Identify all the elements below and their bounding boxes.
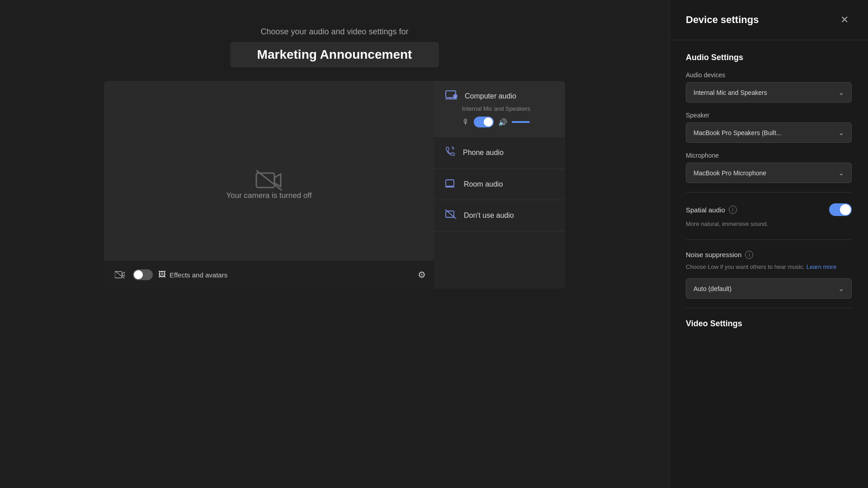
audio-option-computer[interactable]: ♪ Computer audio Internal Mic and Speake… <box>434 81 565 137</box>
noise-suppression-chevron-icon: ⌄ <box>838 284 844 293</box>
meeting-title: Marketing Announcement <box>257 47 412 61</box>
effects-avatars-button[interactable]: 🖼 Effects and avatars <box>158 270 227 279</box>
no-audio-label: Don't use audio <box>464 211 514 220</box>
audio-devices-select[interactable]: Internal Mic and Speakers ⌄ <box>686 82 852 103</box>
mic-toggle[interactable] <box>474 117 494 127</box>
computer-audio-controls: 🎙 🔊 <box>462 117 554 127</box>
microphone-value: MacBook Pro Microphone <box>693 169 766 177</box>
audio-devices-value: Internal Mic and Speakers <box>693 89 767 96</box>
audio-settings-title: Audio Settings <box>686 53 852 62</box>
spatial-audio-row: Spatial audio i <box>686 203 852 216</box>
noise-suppression-label: Noise suppression <box>686 251 741 258</box>
volume-slider[interactable] <box>512 121 530 123</box>
room-audio-label: Room audio <box>464 180 503 188</box>
audio-option-none[interactable]: Don't use audio <box>434 200 565 231</box>
noise-suppression-select[interactable]: Auto (default) ⌄ <box>686 278 852 299</box>
close-button[interactable]: ✕ <box>837 13 852 27</box>
divider-3 <box>686 308 852 308</box>
noise-suppression-info-icon[interactable]: i <box>745 251 753 259</box>
no-audio-icon <box>445 209 457 222</box>
speaker-value: MacBook Pro Speakers (Built... <box>693 129 782 136</box>
effects-icon: 🖼 <box>158 270 166 279</box>
noise-description-text: Choose Low if you want others to hear mu… <box>686 263 805 270</box>
speaker-icon: 🔊 <box>498 118 507 127</box>
divider-2 <box>686 239 852 240</box>
noise-suppression-description: Choose Low if you want others to hear mu… <box>686 263 852 272</box>
camera-toggle-button[interactable] <box>112 267 127 282</box>
subtitle-text: Choose your audio and video settings for <box>260 27 408 37</box>
video-settings-title: Video Settings <box>686 319 852 328</box>
device-settings-panel: Device settings ✕ Audio Settings Audio d… <box>669 0 868 488</box>
camera-off-text: Your camera is turned off <box>226 191 311 200</box>
computer-audio-icon: ♪ <box>445 90 458 103</box>
noise-suppression-value: Auto (default) <box>693 285 731 292</box>
audio-option-room[interactable]: Room audio <box>434 169 565 200</box>
phone-audio-label: Phone audio <box>463 149 504 157</box>
svg-text:♪: ♪ <box>454 95 456 99</box>
camera-off-icon <box>255 169 283 191</box>
microphone-chevron-icon: ⌄ <box>838 169 844 177</box>
noise-suppression-row: Noise suppression i <box>686 251 852 259</box>
phone-audio-icon <box>445 146 456 160</box>
svg-rect-10 <box>446 211 454 217</box>
mic-icon: 🎙 <box>462 118 469 126</box>
settings-button[interactable]: ⚙ <box>418 269 426 280</box>
audio-devices-label: Audio devices <box>686 71 852 79</box>
audio-options-panel: ♪ Computer audio Internal Mic and Speake… <box>434 81 565 289</box>
computer-audio-label: Computer audio <box>465 92 516 100</box>
audio-devices-chevron-icon: ⌄ <box>838 88 844 97</box>
microphone-label: Microphone <box>686 152 852 159</box>
spatial-audio-label: Spatial audio <box>686 206 725 214</box>
spatial-audio-description: More natural, immersive sound. <box>686 220 852 229</box>
speaker-select[interactable]: MacBook Pro Speakers (Built... ⌄ <box>686 122 852 143</box>
speaker-chevron-icon: ⌄ <box>838 128 844 137</box>
spatial-audio-info-icon[interactable]: i <box>729 206 737 214</box>
camera-slash-icon <box>115 271 125 279</box>
audio-option-phone[interactable]: Phone audio <box>434 137 565 169</box>
camera-enable-toggle[interactable] <box>133 269 153 280</box>
panel-body: Audio Settings Audio devices Internal Mi… <box>670 40 868 341</box>
learn-more-link[interactable]: Learn more <box>807 263 836 270</box>
room-audio-icon <box>445 178 457 191</box>
panel-header: Device settings ✕ <box>670 0 868 40</box>
svg-rect-7 <box>446 180 454 186</box>
camera-controls-bar: 🖼 Effects and avatars ⚙ <box>104 261 434 289</box>
speaker-label: Speaker <box>686 112 852 119</box>
computer-device-name: Internal Mic and Speakers <box>462 105 554 112</box>
meeting-title-bar: Marketing Announcement <box>230 42 439 67</box>
camera-preview: Your camera is turned off 🖼 <box>104 81 434 289</box>
spatial-audio-toggle[interactable] <box>829 203 852 216</box>
microphone-select[interactable]: MacBook Pro Microphone ⌄ <box>686 163 852 183</box>
divider-1 <box>686 192 852 192</box>
panel-title: Device settings <box>686 14 759 26</box>
svg-line-1 <box>115 271 124 278</box>
effects-label: Effects and avatars <box>170 271 227 279</box>
